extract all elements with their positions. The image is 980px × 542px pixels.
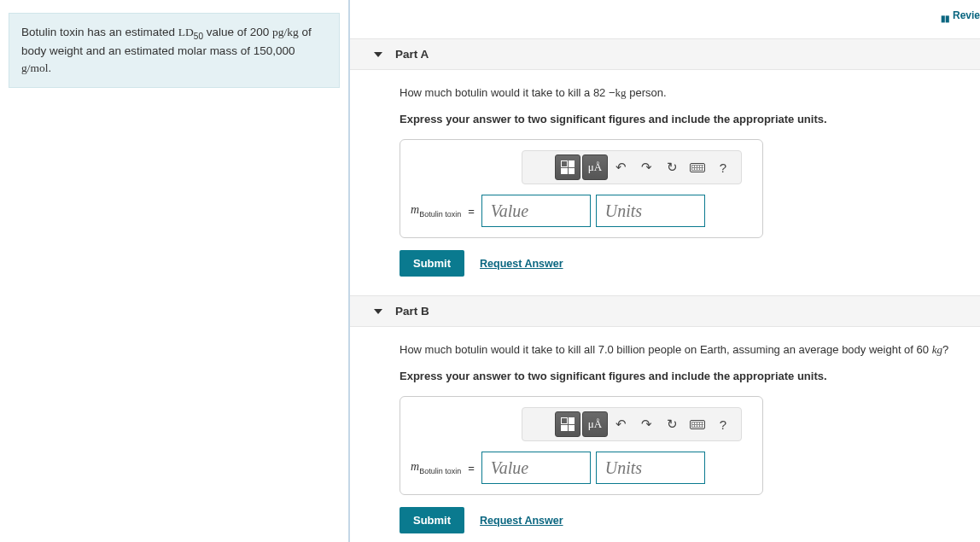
equals-sign: = bbox=[468, 205, 475, 218]
caret-down-icon[interactable] bbox=[374, 309, 382, 314]
redo-button[interactable]: ↷ bbox=[633, 154, 659, 180]
caret-down-icon[interactable] bbox=[374, 52, 382, 57]
part-b-toolbar: μÅ ↶ ↷ ↻ ? bbox=[522, 407, 742, 441]
part-b-header[interactable]: Part B bbox=[350, 295, 980, 327]
value-input[interactable] bbox=[481, 452, 591, 484]
request-answer-link[interactable]: Request Answer bbox=[480, 258, 563, 270]
special-chars-button[interactable]: μÅ bbox=[582, 411, 608, 437]
special-chars-button[interactable]: μÅ bbox=[582, 154, 608, 180]
problem-info-box: Botulin toxin has an estimated LD50 valu… bbox=[9, 13, 340, 88]
keyboard-icon bbox=[690, 420, 705, 429]
part-a-toolbar: μÅ ↶ ↷ ↻ ? bbox=[522, 150, 742, 184]
ld-subscript: 50 bbox=[194, 32, 203, 41]
main-content: Revie Part A How much botulin would it t… bbox=[350, 0, 980, 542]
part-a-title: Part A bbox=[395, 48, 429, 61]
part-b-actions: Submit Request Answer bbox=[400, 507, 963, 533]
reset-button[interactable]: ↻ bbox=[659, 154, 685, 180]
keyboard-button[interactable] bbox=[685, 411, 710, 437]
undo-button[interactable]: ↶ bbox=[608, 154, 633, 180]
part-a-actions: Submit Request Answer bbox=[400, 250, 963, 277]
part-a-instruction: Express your answer to two significant f… bbox=[400, 113, 963, 125]
part-a-question: How much botulin would it take to kill a… bbox=[400, 85, 963, 101]
keyboard-icon bbox=[690, 163, 705, 172]
part-a-body: How much botulin would it take to kill a… bbox=[350, 70, 980, 295]
page-layout: Botulin toxin has an estimated LD50 valu… bbox=[0, 0, 980, 542]
part-a-answer-box: μÅ ↶ ↷ ↻ ? mBotulin toxin = bbox=[400, 139, 763, 238]
variable-label: mBotulin toxin bbox=[411, 203, 461, 219]
units-input[interactable] bbox=[596, 195, 705, 227]
units-input[interactable] bbox=[596, 452, 705, 484]
part-b-title: Part B bbox=[395, 305, 429, 318]
part-b-body: How much botulin would it take to kill a… bbox=[350, 327, 980, 542]
format-group: μÅ bbox=[555, 154, 608, 180]
ld-label: LD bbox=[178, 26, 194, 38]
templates-button[interactable] bbox=[555, 411, 580, 437]
help-button[interactable]: ? bbox=[710, 411, 736, 437]
submit-button[interactable]: Submit bbox=[400, 507, 464, 533]
sidebar: Botulin toxin has an estimated LD50 valu… bbox=[0, 0, 350, 542]
info-text: Botulin toxin has an estimated bbox=[21, 26, 178, 38]
part-b-input-row: mBotulin toxin = bbox=[411, 452, 752, 484]
redo-button[interactable]: ↷ bbox=[633, 411, 659, 437]
info-text: . bbox=[49, 61, 52, 74]
part-a-header[interactable]: Part A bbox=[350, 38, 980, 70]
review-icon bbox=[938, 12, 949, 20]
reset-button[interactable]: ↻ bbox=[659, 411, 685, 437]
review-label: Revie bbox=[953, 9, 980, 21]
format-group: μÅ bbox=[555, 411, 608, 437]
undo-button[interactable]: ↶ bbox=[608, 411, 633, 437]
keyboard-button[interactable] bbox=[685, 154, 710, 180]
templates-button[interactable] bbox=[555, 154, 580, 180]
part-a-input-row: mBotulin toxin = bbox=[411, 195, 752, 227]
info-text: value of 200 bbox=[203, 26, 272, 38]
equals-sign: = bbox=[468, 462, 475, 475]
review-link[interactable]: Revie bbox=[938, 9, 980, 21]
request-answer-link[interactable]: Request Answer bbox=[480, 515, 563, 527]
part-b-instruction: Express your answer to two significant f… bbox=[400, 370, 963, 382]
unit-gmol: g/mol bbox=[21, 61, 49, 74]
part-b-answer-box: μÅ ↶ ↷ ↻ ? mBotulin toxin = bbox=[400, 396, 763, 495]
part-b-question: How much botulin would it take to kill a… bbox=[400, 342, 963, 358]
unit-pgkg: pg/kg bbox=[272, 26, 299, 38]
help-button[interactable]: ? bbox=[710, 154, 736, 180]
top-bar: Revie bbox=[350, 0, 980, 38]
variable-label: mBotulin toxin bbox=[411, 460, 461, 475]
value-input[interactable] bbox=[481, 195, 591, 227]
submit-button[interactable]: Submit bbox=[400, 250, 464, 277]
